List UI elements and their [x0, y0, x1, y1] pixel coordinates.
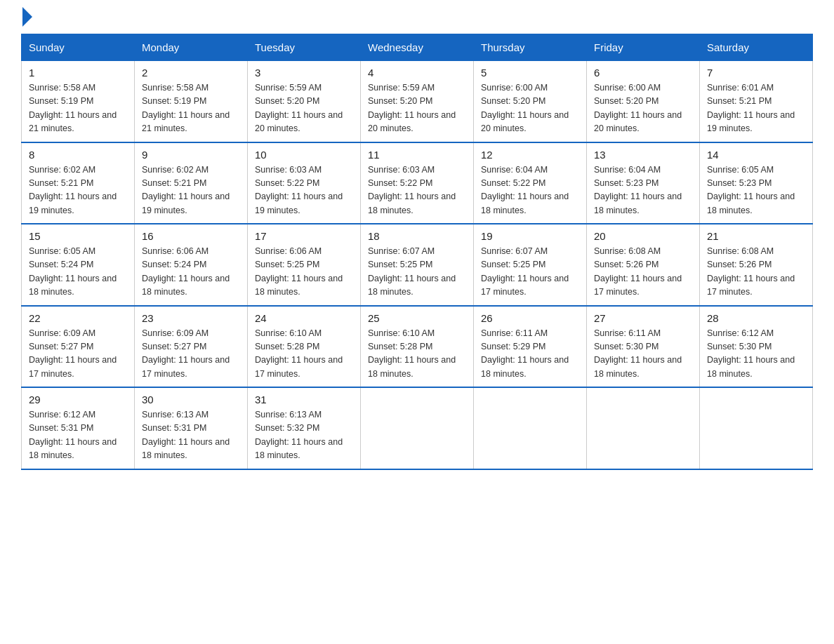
day-number: 27 [594, 312, 692, 324]
day-number: 30 [142, 394, 240, 405]
day-info: Sunrise: 6:12 AMSunset: 5:30 PMDaylight:… [707, 327, 805, 382]
day-info: Sunrise: 5:58 AMSunset: 5:19 PMDaylight:… [142, 81, 240, 136]
day-info: Sunrise: 6:10 AMSunset: 5:28 PMDaylight:… [368, 327, 466, 382]
calendar-day-cell: 11Sunrise: 6:03 AMSunset: 5:22 PMDayligh… [361, 142, 474, 224]
day-number: 8 [29, 149, 127, 161]
logo [21, 14, 32, 27]
calendar-day-cell: 20Sunrise: 6:08 AMSunset: 5:26 PMDayligh… [587, 224, 700, 306]
day-number: 20 [594, 230, 692, 242]
day-info: Sunrise: 6:07 AMSunset: 5:25 PMDaylight:… [481, 245, 579, 300]
calendar-day-cell [474, 387, 587, 469]
calendar-day-cell: 2Sunrise: 5:58 AMSunset: 5:19 PMDaylight… [135, 61, 248, 142]
calendar-body: 1Sunrise: 5:58 AMSunset: 5:19 PMDaylight… [22, 61, 813, 469]
calendar-day-cell [700, 387, 813, 469]
day-info: Sunrise: 6:09 AMSunset: 5:27 PMDaylight:… [142, 327, 240, 382]
calendar-day-cell: 9Sunrise: 6:02 AMSunset: 5:21 PMDaylight… [135, 142, 248, 224]
day-info: Sunrise: 6:06 AMSunset: 5:25 PMDaylight:… [255, 245, 353, 300]
calendar-day-cell: 28Sunrise: 6:12 AMSunset: 5:30 PMDayligh… [700, 306, 813, 388]
calendar-day-cell: 18Sunrise: 6:07 AMSunset: 5:25 PMDayligh… [361, 224, 474, 306]
calendar-day-cell: 15Sunrise: 6:05 AMSunset: 5:24 PMDayligh… [22, 224, 135, 306]
day-info: Sunrise: 6:06 AMSunset: 5:24 PMDaylight:… [142, 245, 240, 300]
day-number: 23 [142, 312, 240, 324]
day-info: Sunrise: 6:11 AMSunset: 5:30 PMDaylight:… [594, 327, 692, 382]
calendar-day-cell: 14Sunrise: 6:05 AMSunset: 5:23 PMDayligh… [700, 142, 813, 224]
calendar-week-row: 15Sunrise: 6:05 AMSunset: 5:24 PMDayligh… [22, 224, 813, 306]
day-info: Sunrise: 6:10 AMSunset: 5:28 PMDaylight:… [255, 327, 353, 382]
calendar-header: SundayMondayTuesdayWednesdayThursdayFrid… [22, 34, 813, 61]
day-number: 28 [707, 312, 805, 324]
calendar-day-cell: 6Sunrise: 6:00 AMSunset: 5:20 PMDaylight… [587, 61, 700, 142]
day-info: Sunrise: 6:00 AMSunset: 5:20 PMDaylight:… [481, 81, 579, 136]
day-number: 22 [29, 312, 127, 324]
calendar-week-row: 8Sunrise: 6:02 AMSunset: 5:21 PMDaylight… [22, 142, 813, 224]
header [21, 14, 813, 27]
day-number: 24 [255, 312, 353, 324]
day-info: Sunrise: 6:12 AMSunset: 5:31 PMDaylight:… [29, 408, 127, 463]
day-info: Sunrise: 6:00 AMSunset: 5:20 PMDaylight:… [594, 81, 692, 136]
day-info: Sunrise: 6:02 AMSunset: 5:21 PMDaylight:… [142, 163, 240, 218]
day-info: Sunrise: 5:59 AMSunset: 5:20 PMDaylight:… [368, 81, 466, 136]
calendar-day-cell: 17Sunrise: 6:06 AMSunset: 5:25 PMDayligh… [248, 224, 361, 306]
calendar-day-cell [361, 387, 474, 469]
calendar-day-cell: 8Sunrise: 6:02 AMSunset: 5:21 PMDaylight… [22, 142, 135, 224]
calendar-week-row: 22Sunrise: 6:09 AMSunset: 5:27 PMDayligh… [22, 306, 813, 388]
weekday-header-monday: Monday [135, 34, 248, 61]
calendar-day-cell: 25Sunrise: 6:10 AMSunset: 5:28 PMDayligh… [361, 306, 474, 388]
day-number: 29 [29, 394, 127, 405]
day-info: Sunrise: 6:03 AMSunset: 5:22 PMDaylight:… [368, 163, 466, 218]
day-info: Sunrise: 5:59 AMSunset: 5:20 PMDaylight:… [255, 81, 353, 136]
day-number: 5 [481, 67, 579, 79]
day-number: 26 [481, 312, 579, 324]
weekday-header-friday: Friday [587, 34, 700, 61]
calendar-day-cell: 27Sunrise: 6:11 AMSunset: 5:30 PMDayligh… [587, 306, 700, 388]
day-number: 15 [29, 230, 127, 242]
day-number: 11 [368, 149, 466, 161]
calendar-day-cell: 3Sunrise: 5:59 AMSunset: 5:20 PMDaylight… [248, 61, 361, 142]
day-info: Sunrise: 6:08 AMSunset: 5:26 PMDaylight:… [594, 245, 692, 300]
weekday-header-wednesday: Wednesday [361, 34, 474, 61]
day-number: 16 [142, 230, 240, 242]
weekday-header-saturday: Saturday [700, 34, 813, 61]
calendar-day-cell: 30Sunrise: 6:13 AMSunset: 5:31 PMDayligh… [135, 387, 248, 469]
weekday-header-tuesday: Tuesday [248, 34, 361, 61]
day-info: Sunrise: 6:11 AMSunset: 5:29 PMDaylight:… [481, 327, 579, 382]
day-number: 13 [594, 149, 692, 161]
day-number: 4 [368, 67, 466, 79]
day-number: 1 [29, 67, 127, 79]
calendar-day-cell: 7Sunrise: 6:01 AMSunset: 5:21 PMDaylight… [700, 61, 813, 142]
calendar-day-cell: 23Sunrise: 6:09 AMSunset: 5:27 PMDayligh… [135, 306, 248, 388]
day-number: 19 [481, 230, 579, 242]
day-info: Sunrise: 6:07 AMSunset: 5:25 PMDaylight:… [368, 245, 466, 300]
calendar-day-cell: 24Sunrise: 6:10 AMSunset: 5:28 PMDayligh… [248, 306, 361, 388]
day-info: Sunrise: 6:13 AMSunset: 5:32 PMDaylight:… [255, 408, 353, 463]
day-number: 7 [707, 67, 805, 79]
day-number: 31 [255, 394, 353, 405]
day-number: 12 [481, 149, 579, 161]
day-number: 10 [255, 149, 353, 161]
day-info: Sunrise: 6:04 AMSunset: 5:22 PMDaylight:… [481, 163, 579, 218]
calendar-day-cell: 19Sunrise: 6:07 AMSunset: 5:25 PMDayligh… [474, 224, 587, 306]
day-number: 17 [255, 230, 353, 242]
day-number: 2 [142, 67, 240, 79]
day-number: 14 [707, 149, 805, 161]
day-number: 6 [594, 67, 692, 79]
logo-triangle-icon [22, 7, 32, 27]
calendar-day-cell: 22Sunrise: 6:09 AMSunset: 5:27 PMDayligh… [22, 306, 135, 388]
day-info: Sunrise: 6:02 AMSunset: 5:21 PMDaylight:… [29, 163, 127, 218]
calendar-day-cell: 21Sunrise: 6:08 AMSunset: 5:26 PMDayligh… [700, 224, 813, 306]
day-info: Sunrise: 6:05 AMSunset: 5:23 PMDaylight:… [707, 163, 805, 218]
calendar-week-row: 1Sunrise: 5:58 AMSunset: 5:19 PMDaylight… [22, 61, 813, 142]
calendar-day-cell: 10Sunrise: 6:03 AMSunset: 5:22 PMDayligh… [248, 142, 361, 224]
calendar-day-cell: 1Sunrise: 5:58 AMSunset: 5:19 PMDaylight… [22, 61, 135, 142]
day-number: 25 [368, 312, 466, 324]
day-number: 18 [368, 230, 466, 242]
weekday-header-row: SundayMondayTuesdayWednesdayThursdayFrid… [22, 34, 813, 61]
calendar-day-cell: 5Sunrise: 6:00 AMSunset: 5:20 PMDaylight… [474, 61, 587, 142]
calendar-day-cell: 29Sunrise: 6:12 AMSunset: 5:31 PMDayligh… [22, 387, 135, 469]
day-info: Sunrise: 6:08 AMSunset: 5:26 PMDaylight:… [707, 245, 805, 300]
calendar-day-cell: 13Sunrise: 6:04 AMSunset: 5:23 PMDayligh… [587, 142, 700, 224]
day-info: Sunrise: 6:01 AMSunset: 5:21 PMDaylight:… [707, 81, 805, 136]
weekday-header-sunday: Sunday [22, 34, 135, 61]
calendar-day-cell: 31Sunrise: 6:13 AMSunset: 5:32 PMDayligh… [248, 387, 361, 469]
calendar-day-cell: 16Sunrise: 6:06 AMSunset: 5:24 PMDayligh… [135, 224, 248, 306]
